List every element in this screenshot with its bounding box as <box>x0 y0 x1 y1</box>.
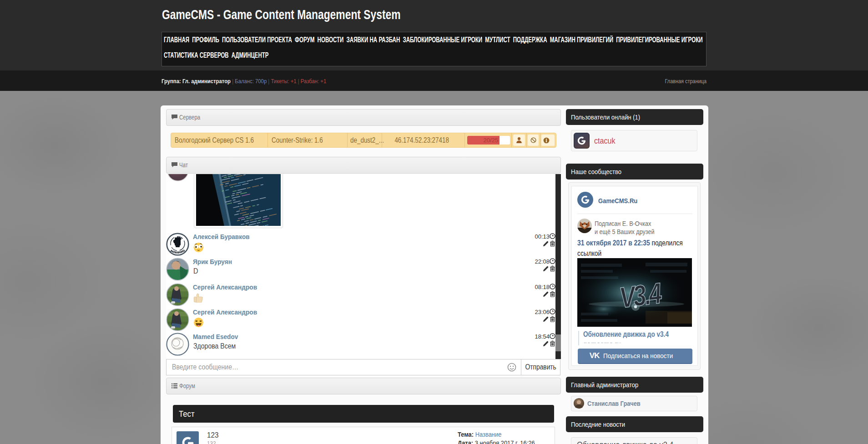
svg-text:V3.4: V3.4 <box>618 277 664 314</box>
